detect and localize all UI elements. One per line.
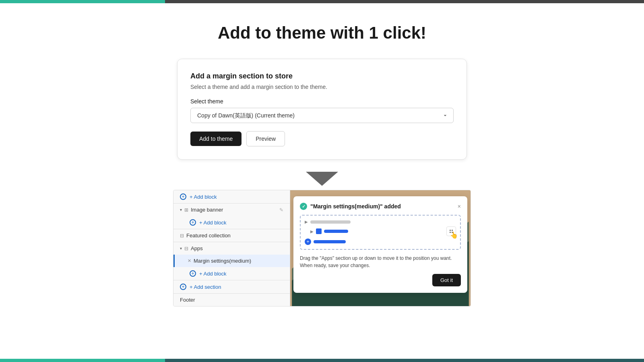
add-block-sub[interactable]: + + Add block	[173, 216, 290, 229]
mini-arrow-icon: ▶	[305, 220, 308, 224]
popup-header: ✓ "Margin settings(medium)" added ×	[300, 203, 461, 210]
edit-icon[interactable]: ✎	[279, 207, 283, 213]
mini-blue-wide-bar	[314, 240, 346, 243]
card-subtitle: Select a theme and add a margin section …	[190, 84, 454, 90]
mini-gray-bar-1	[310, 220, 351, 224]
top-bar-dark	[165, 0, 644, 3]
apps-section[interactable]: ▾ ⊟ Apps	[173, 242, 290, 255]
theme-select[interactable]: Copy of Dawn(英語版) (Current theme)	[190, 108, 454, 123]
mini-arrow-2-icon: ▶	[310, 229, 314, 234]
main-content: Add to theme with 1 click! Add a margin …	[0, 3, 644, 359]
plus-circle-sub-icon: +	[190, 219, 196, 226]
mini-plus-icon: +	[305, 239, 311, 245]
popup-description: Drag the "Apps" section up or down to mo…	[300, 255, 461, 269]
section-name: ▾ ⊞ Image banner	[180, 207, 223, 213]
drag-dot	[452, 230, 453, 231]
add-block-apps[interactable]: + + Add block	[173, 267, 290, 280]
apps-chevron-icon: ▾	[180, 246, 182, 251]
apps-grid-icon: ⊟	[184, 246, 188, 251]
popup-title: ✓ "Margin settings(medium)" added	[300, 203, 401, 210]
add-theme-card: Add a margin section to store Select a t…	[177, 59, 467, 160]
left-panel: + + Add block ▾ ⊞ Image banner ✎ + + Add…	[173, 190, 290, 306]
mini-drag-button[interactable]: 👆	[446, 226, 456, 236]
featured-grid-icon: ⊟	[180, 233, 184, 239]
footer-item[interactable]: Footer	[173, 294, 290, 306]
drag-dot	[450, 230, 451, 231]
plus-circle-apps-icon: +	[190, 270, 196, 277]
x-icon: ✕	[188, 258, 191, 263]
button-row: Add to theme Preview	[190, 131, 454, 146]
page-title: Add to theme with 1 click!	[218, 23, 426, 43]
preview-button[interactable]: Preview	[246, 131, 285, 146]
add-block-top[interactable]: + + Add block	[173, 190, 290, 203]
plus-circle-section-icon: +	[180, 284, 186, 290]
bottom-bar-teal	[0, 359, 165, 362]
chevron-icon: ▾	[180, 208, 182, 212]
mini-row-2: ▶	[305, 226, 456, 236]
right-panel: ✓ "Margin settings(medium)" added × ▶ ▶	[290, 190, 471, 306]
bottom-section: + + Add block ▾ ⊞ Image banner ✎ + + Add…	[173, 190, 471, 306]
arrow-container	[306, 172, 338, 186]
select-label: Select theme	[190, 98, 454, 105]
featured-collection-section[interactable]: ⊟ Featured collection	[173, 229, 290, 242]
down-arrow-icon	[306, 172, 338, 186]
mini-row-1: ▶	[305, 220, 456, 224]
popup-close-button[interactable]: ×	[458, 203, 461, 210]
cursor-hand-icon: 👆	[450, 231, 458, 239]
notification-popup: ✓ "Margin settings(medium)" added × ▶ ▶	[293, 196, 467, 293]
mini-add-row: +	[305, 239, 456, 245]
got-it-button[interactable]: Got it	[432, 274, 461, 286]
bottom-bar-dark	[165, 359, 644, 362]
top-bar-teal	[0, 0, 165, 3]
image-banner-section[interactable]: ▾ ⊞ Image banner ✎	[173, 204, 290, 216]
check-circle-icon: ✓	[300, 203, 307, 210]
add-section-item[interactable]: + + Add section	[173, 280, 290, 293]
card-title: Add a margin section to store	[190, 72, 454, 80]
grid-icon: ⊞	[184, 207, 188, 213]
mini-blue-bar	[324, 230, 348, 233]
add-to-theme-button[interactable]: Add to theme	[190, 132, 242, 146]
mini-blue-square	[316, 228, 322, 234]
mini-editor: ▶ ▶	[300, 215, 461, 250]
margin-settings-item[interactable]: ✕ Margin settings(medium)	[173, 255, 290, 267]
plus-circle-icon: +	[180, 193, 186, 200]
